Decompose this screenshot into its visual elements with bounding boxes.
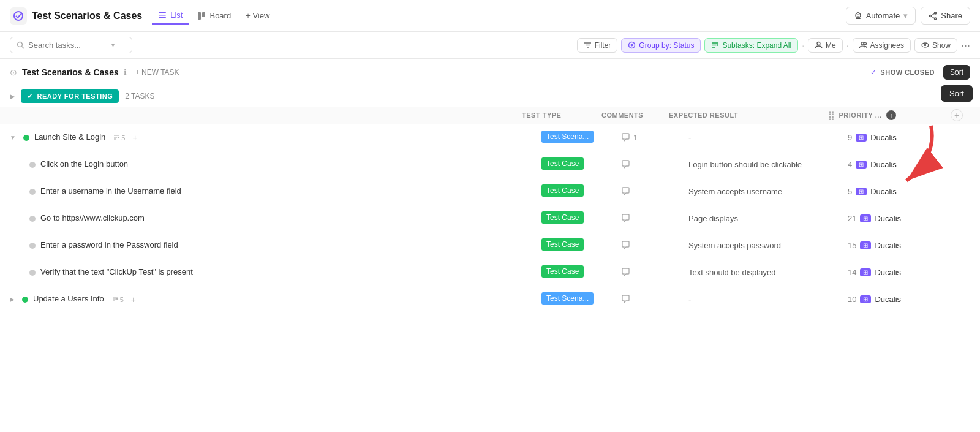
col-expected-header[interactable]: EXPECTED RESULT xyxy=(669,112,828,119)
svg-rect-4 xyxy=(198,12,201,20)
expected-result-cell: Text should be displayed xyxy=(688,268,848,277)
comment-icon xyxy=(621,187,630,196)
test-type-cell: Test Case xyxy=(541,184,621,199)
task-status-dot xyxy=(29,243,36,249)
sort-tooltip-container: Sort Sort xyxy=(943,65,970,80)
task-status-dot xyxy=(29,216,36,222)
subtasks-icon xyxy=(711,41,719,49)
subtask-count: 5 xyxy=(113,134,125,142)
col-priority-header[interactable]: ⣿ PRIORITY ... ↑ xyxy=(828,110,951,120)
comment-icon xyxy=(621,133,630,142)
col-comments-header[interactable]: COMMENTS xyxy=(601,112,669,119)
subtasks-button[interactable]: Subtasks: Expand All xyxy=(704,38,798,53)
svg-line-17 xyxy=(22,47,24,49)
status-group-header: ▶ ✓ READY FOR TESTING 2 TASKS xyxy=(0,86,980,107)
test-type-tag: Test Scena... xyxy=(541,292,594,305)
nav-list[interactable]: List xyxy=(152,7,189,25)
task-count: 2 TASKS xyxy=(125,92,154,100)
priority-cell: 10 ⊞ Ducalis xyxy=(848,295,970,304)
search-input[interactable] xyxy=(28,40,108,50)
nav-board[interactable]: Board xyxy=(191,7,237,24)
priority-tag: ⊞ xyxy=(860,268,871,276)
search-icon xyxy=(17,41,24,49)
test-type-cell: Test Case xyxy=(541,238,621,252)
project-title: Test Scenarios & Cases xyxy=(32,10,142,21)
show-closed-toggle[interactable]: ✓ SHOW CLOSED Sort Sort xyxy=(870,65,970,80)
svg-line-15 xyxy=(932,16,935,18)
search-dropdown-icon[interactable]: ▾ xyxy=(111,42,115,48)
table-row: ▼ Launch Site & Login 5 + Test Scena... … xyxy=(0,124,980,151)
sort-button[interactable]: Sort xyxy=(943,65,970,80)
assignees-button[interactable]: Assignees xyxy=(853,38,911,53)
subtask-icon xyxy=(111,296,119,303)
svg-rect-7 xyxy=(857,14,858,15)
table-row: Verify that the text "ClickUp Test" is p… xyxy=(0,259,980,286)
table-row: Click on the Login button Test Case Logi… xyxy=(0,151,980,178)
test-type-tag: Test Case xyxy=(541,265,584,278)
expand-arrow-icon[interactable]: ▶ xyxy=(10,296,15,303)
search-box[interactable]: ▾ xyxy=(10,37,132,53)
add-view-btn[interactable]: + View xyxy=(239,7,276,24)
svg-point-24 xyxy=(861,42,864,45)
test-type-cell: Test Case xyxy=(541,157,621,172)
status-collapse-icon[interactable]: ▶ xyxy=(10,93,15,100)
me-button[interactable]: Me xyxy=(808,38,843,53)
show-button[interactable]: Show xyxy=(914,38,957,53)
priority-cell: 15 ⊞ Ducalis xyxy=(848,241,970,250)
column-headers: TEST TYPE COMMENTS EXPECTED RESULT ⣿ PRI… xyxy=(0,107,980,124)
svg-rect-2 xyxy=(159,15,166,16)
share-icon xyxy=(929,12,937,20)
filter-button[interactable]: Filter xyxy=(577,38,618,53)
priority-tag: ⊞ xyxy=(860,241,871,249)
task-name-cell: Click on the Login button xyxy=(29,159,541,170)
table-row: Enter a password in the Password field T… xyxy=(0,232,980,259)
test-type-tag: Test Case xyxy=(541,211,584,224)
comment-icon xyxy=(621,268,630,277)
more-options-icon[interactable]: ··· xyxy=(961,40,970,51)
test-type-cell: Test Scena... xyxy=(541,292,621,306)
svg-point-25 xyxy=(864,42,866,45)
svg-point-0 xyxy=(14,12,23,20)
svg-point-6 xyxy=(856,13,861,18)
collapse-icon[interactable]: ⊙ xyxy=(10,67,17,77)
test-type-cell: Test Scena... xyxy=(541,131,621,145)
task-name-cell: Enter a password in the Password field xyxy=(29,240,541,251)
svg-line-14 xyxy=(932,13,935,15)
svg-rect-5 xyxy=(202,12,205,17)
add-column-button[interactable]: + xyxy=(951,109,963,121)
priority-cell: 14 ⊞ Ducalis xyxy=(848,268,970,277)
expand-arrow-icon[interactable]: ▼ xyxy=(10,134,16,141)
new-task-button[interactable]: + NEW TASK xyxy=(132,67,183,78)
expected-result-cell: Page displays xyxy=(688,214,848,223)
task-status-dot xyxy=(29,270,36,276)
info-icon[interactable]: ℹ xyxy=(124,68,127,77)
priority-sort-icon[interactable]: ↑ xyxy=(886,110,896,120)
add-subtask-icon[interactable]: + xyxy=(132,133,137,143)
check-icon: ✓ xyxy=(870,68,876,77)
priority-cell: 5 ⊞ Ducalis xyxy=(848,187,970,196)
test-type-tag: Test Scena... xyxy=(541,131,594,143)
app-header: Test Scenarios & Cases List Board + View… xyxy=(0,0,980,32)
col-add-header: + xyxy=(951,109,970,121)
svg-rect-9 xyxy=(858,12,859,13)
toolbar-right: Filter Group by: Status Subtasks: Expand… xyxy=(577,38,970,53)
task-status-dot xyxy=(29,162,36,168)
project-header-title: Test Scenarios & Cases xyxy=(22,67,119,77)
eye-icon xyxy=(921,41,929,49)
add-subtask-icon[interactable]: + xyxy=(131,295,136,305)
automate-button[interactable]: Automate ▾ xyxy=(846,7,916,25)
test-type-tag: Test Case xyxy=(541,238,584,251)
svg-point-12 xyxy=(935,18,937,20)
comments-cell xyxy=(621,268,688,277)
task-name-cell: Verify that the text "ClickUp Test" is p… xyxy=(29,267,541,278)
svg-point-23 xyxy=(817,42,820,45)
priority-tag: ⊞ xyxy=(860,214,871,222)
group-by-button[interactable]: Group by: Status xyxy=(621,38,701,53)
comment-icon xyxy=(621,295,630,304)
share-button[interactable]: Share xyxy=(921,7,970,25)
test-type-tag: Test Case xyxy=(541,157,584,170)
priority-cell: 21 ⊞ Ducalis xyxy=(848,214,970,223)
comments-cell xyxy=(621,187,688,196)
col-test-type-header[interactable]: TEST TYPE xyxy=(522,112,601,119)
priority-tag: ⊞ xyxy=(856,188,867,195)
